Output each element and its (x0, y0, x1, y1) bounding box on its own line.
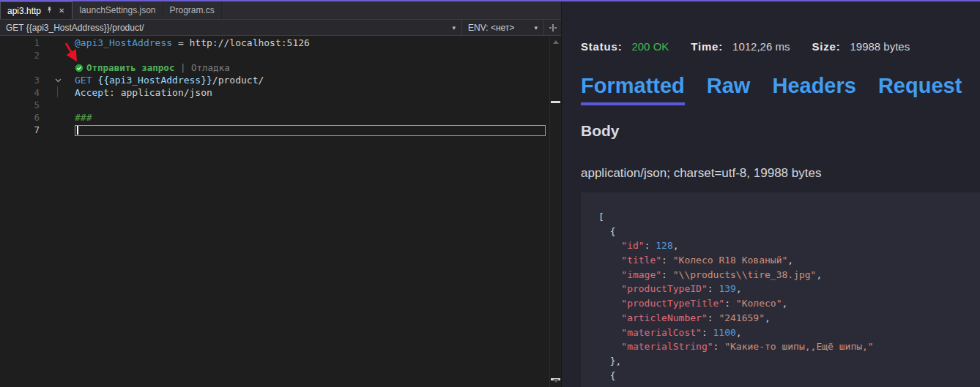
editor-line: 6### (0, 111, 561, 124)
editor-line: 2 (0, 49, 561, 61)
response-status-row: Status: 200 OK Time: 1012,26 ms Size: 19… (581, 40, 980, 53)
code-text[interactable]: ### (75, 112, 561, 123)
tab-api3-http[interactable]: api3.http✕ (0, 1, 73, 19)
http-toolbar: GET {{api3_HostAddress}}/product/ ▾ ENV:… (0, 19, 561, 36)
response-tab-formatted[interactable]: Formatted (581, 74, 685, 105)
response-panel: Status: 200 OK Time: 1012,26 ms Size: 19… (561, 1, 980, 387)
json-line: "productTypeID": 139, (598, 283, 980, 298)
line-number: 4 (0, 87, 44, 98)
fold-margin (44, 49, 75, 61)
editor-line: 7 (0, 124, 561, 136)
chevron-down-icon: ▾ (534, 24, 538, 31)
tab-program-cs[interactable]: Program.cs (163, 1, 222, 19)
request-selector-label: GET {{api3_HostAddress}}/product/ (6, 23, 144, 33)
fold-margin (44, 86, 75, 99)
json-line: [ (598, 211, 980, 226)
chevron-down-icon: ▾ (452, 24, 456, 31)
snippet-field[interactable] (75, 125, 546, 136)
line-number: 1 (0, 37, 44, 48)
tab-launchsettings-json[interactable]: launchSettings.json (73, 1, 163, 19)
text-caret (77, 126, 78, 135)
response-tab-raw[interactable]: Raw (707, 74, 751, 105)
editor-line: 1@api3_HostAddress = http://localhost:51… (0, 37, 561, 49)
json-line: }, (598, 356, 980, 370)
editor-pane: api3.http✕launchSettings.jsonProgram.cs … (0, 1, 561, 387)
time-label: Time: (691, 40, 723, 53)
body-heading: Body (581, 122, 980, 140)
code-text[interactable]: GET {{api3_HostAddress}}/product/ (75, 75, 561, 86)
fold-margin (44, 124, 75, 136)
fold-margin (44, 111, 75, 124)
line-number: 3 (0, 75, 44, 86)
codelens-divider: | (174, 62, 191, 73)
code-text[interactable]: @api3_HostAddress = http://localhost:512… (75, 37, 561, 48)
response-tab-request[interactable]: Request (878, 74, 962, 105)
tab-bar: api3.http✕launchSettings.jsonProgram.cs (0, 1, 561, 19)
editor-line: 3GET {{api3_HostAddress}}/product/ (0, 74, 561, 86)
line-number: 6 (0, 112, 44, 123)
json-line: "image": "\\products\\tire_38.jpg", (598, 269, 980, 284)
split-editor-icon[interactable] (544, 23, 561, 32)
fold-margin (44, 61, 75, 74)
close-icon[interactable]: ✕ (58, 7, 65, 15)
size-value: 19988 bytes (850, 40, 910, 53)
env-selector[interactable]: ENV: <нет> ▾ (462, 20, 544, 35)
code-text[interactable]: Accept: application/json (75, 87, 561, 98)
scroll-up-icon[interactable] (553, 40, 559, 44)
fold-margin (44, 99, 75, 111)
code-text[interactable] (75, 124, 561, 136)
json-line: "title": "Колесо R18 Кованый", (598, 255, 980, 269)
tab-label: launchSettings.json (79, 5, 155, 15)
check-icon (75, 62, 86, 73)
scrollbar-marker (551, 101, 560, 103)
json-line: "productTypeTitle": "Колесо", (598, 298, 980, 312)
editor-scrollbar[interactable] (549, 36, 561, 387)
pin-icon[interactable] (45, 6, 53, 16)
json-line: { (598, 370, 980, 385)
editor-line: 4Accept: application/json (0, 86, 561, 99)
debug-link[interactable]: Отладка (191, 62, 230, 73)
response-tab-headers[interactable]: Headers (772, 74, 855, 105)
send-request-link[interactable]: Отправить запрос (86, 62, 174, 73)
tab-label: api3.http (7, 6, 41, 16)
fold-chevron-icon[interactable] (44, 74, 75, 86)
codelens-row[interactable]: Отправить запрос | Отладка (75, 62, 561, 73)
json-line: "materialString": "Какие-то шипы,,Ещё ши… (598, 341, 980, 356)
fold-margin (44, 37, 75, 49)
line-number: 7 (0, 124, 44, 135)
status-value: 200 OK (631, 40, 669, 53)
code-editor[interactable]: 1@api3_HostAddress = http://localhost:51… (0, 36, 561, 387)
tab-label: Program.cs (170, 5, 215, 15)
line-number: 5 (0, 99, 44, 110)
status-label: Status: (581, 40, 622, 53)
json-line: "materialCost": 1100, (598, 327, 980, 342)
editor-line: 5 (0, 99, 561, 111)
time-value: 1012,26 ms (732, 40, 790, 53)
size-label: Size: (812, 40, 840, 53)
scroll-down-icon[interactable] (553, 379, 559, 383)
response-tabs: FormattedRawHeadersRequest (581, 74, 980, 105)
json-line: "articleNumber": "241659", (598, 312, 980, 327)
request-selector[interactable]: GET {{api3_HostAddress}}/product/ ▾ (0, 20, 462, 35)
editor-line: Отправить запрос | Отладка (0, 61, 561, 74)
response-body-json[interactable]: [ { "id": 128, "title": "Колесо R18 Кова… (581, 192, 980, 387)
vs-window: api3.http✕launchSettings.jsonProgram.cs … (0, 0, 980, 387)
env-selector-label: ENV: <нет> (468, 23, 514, 33)
content-type: application/json; charset=utf-8, 19988 b… (581, 166, 980, 181)
json-line: "id": 128, (598, 240, 980, 255)
json-line: { (598, 226, 980, 241)
line-number: 2 (0, 50, 44, 61)
